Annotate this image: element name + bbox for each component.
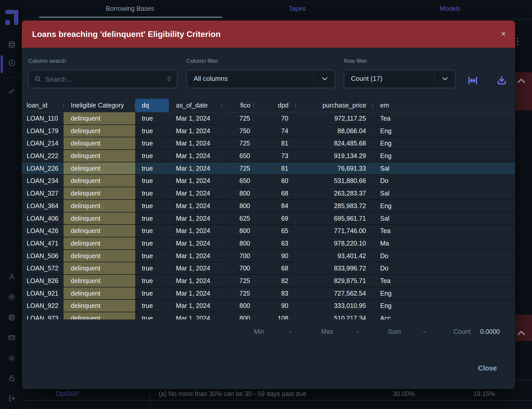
mail-icon[interactable]: [0, 332, 24, 344]
tab-tapes[interactable]: Tapes: [289, 0, 306, 17]
cell-purchase-price: 531,880.66: [296, 175, 373, 187]
cell-purchase-price: 972,117.25: [296, 112, 373, 124]
fit-column-width-button[interactable]: [467, 75, 479, 87]
stat-min-label: Min: [254, 326, 264, 337]
cell-em: Tea: [373, 275, 515, 287]
sidebar-divider: [2, 77, 22, 77]
cell-as-of-date: Mar 1, 2024: [169, 162, 222, 174]
loans-table: loan_idIneligible Categorydqas_of_datefi…: [22, 99, 515, 319]
column-header-purchase-price[interactable]: purchase_price: [296, 99, 373, 112]
column-search-box: 0: [28, 70, 178, 88]
download-button[interactable]: [496, 75, 508, 87]
lock-icon[interactable]: [0, 372, 24, 384]
cell-as-of-date: Mar 1, 2024: [169, 137, 222, 149]
cell-as-of-date: Mar 1, 2024: [169, 287, 222, 299]
search-match-count: 0: [168, 75, 171, 83]
cell-loan-id: LOAN_234: [22, 175, 64, 187]
table-row[interactable]: LOAN_426delinquenttrueMar 1, 20248006577…: [22, 225, 515, 237]
cell-loan-id: LOAN_826: [22, 275, 64, 287]
background-table-line: [24, 400, 532, 401]
user-icon[interactable]: [0, 270, 24, 283]
table-row[interactable]: LOAN_406delinquenttrueMar 1, 20246256969…: [22, 212, 515, 225]
cell-em: Eng: [373, 300, 515, 312]
table-row[interactable]: LOAN_234delinquenttrueMar 1, 20246506053…: [22, 175, 515, 187]
column-header-dq[interactable]: dq: [135, 99, 169, 112]
modal-title: Loans breaching 'delinquent' Eligibility…: [32, 21, 221, 48]
cell-fico: 725: [222, 287, 254, 299]
cell-purchase-price: 76,691.33: [296, 162, 373, 174]
cell-fico: 700: [222, 262, 254, 274]
chevron-down-icon: [442, 76, 448, 82]
cell-dpd: 90: [254, 300, 296, 312]
dropdown-divider: [314, 74, 314, 84]
table-row[interactable]: LOAN_214delinquenttrueMar 1, 20247258182…: [22, 137, 515, 150]
column-header-loan-id[interactable]: loan_id: [22, 99, 64, 112]
table-row[interactable]: LOAN_826delinquenttrueMar 1, 20247258282…: [22, 275, 515, 287]
cell-dpd: 70: [254, 112, 296, 124]
table-row[interactable]: LOAN_222delinquenttrueMar 1, 20246507391…: [22, 150, 515, 162]
close-icon[interactable]: ×: [501, 21, 506, 48]
cell-dq: true: [135, 112, 169, 124]
criterion-name-link[interactable]: Dpd30P: [56, 390, 79, 397]
cell-ineligible-category: delinquent: [64, 237, 135, 249]
key-icon[interactable]: [0, 85, 24, 97]
column-header-em[interactable]: em: [373, 99, 515, 112]
column-header-as-of-date[interactable]: as_of_date: [169, 99, 222, 112]
table-row[interactable]: LOAN_110delinquenttrueMar 1, 20247257097…: [22, 112, 515, 125]
column-stats-bar: Min - Max - Sum - Count 0.0000: [22, 326, 515, 337]
collapsed-criterion-panel[interactable]: [513, 72, 532, 110]
cell-dq: true: [135, 200, 169, 212]
gear-icon[interactable]: [0, 291, 24, 303]
cell-as-of-date: Mar 1, 2024: [169, 275, 222, 287]
table-row[interactable]: LOAN_471delinquenttrueMar 1, 20248006397…: [22, 237, 515, 250]
row-filter-value: Count (17): [351, 75, 382, 83]
table-row[interactable]: LOAN_973delinquenttrueMar 1, 20248001085…: [22, 312, 515, 319]
cell-dq: true: [135, 187, 169, 199]
cell-dq: true: [135, 262, 169, 274]
cell-as-of-date: Mar 1, 2024: [169, 262, 222, 274]
cell-as-of-date: Mar 1, 2024: [169, 250, 222, 262]
table-row[interactable]: LOAN_179delinquenttrueMar 1, 20247507488…: [22, 125, 515, 138]
compass-icon[interactable]: [0, 57, 24, 69]
column-header-fico[interactable]: fico: [222, 99, 254, 112]
cell-ineligible-category: delinquent: [64, 162, 135, 174]
search-icon: [34, 75, 41, 83]
cell-ineligible-category: delinquent: [64, 275, 135, 287]
close-button[interactable]: Close: [478, 364, 497, 372]
cell-dq: true: [135, 137, 169, 149]
table-row[interactable]: LOAN_327delinquenttrueMar 1, 20248006826…: [22, 187, 515, 200]
cell-ineligible-category: delinquent: [64, 312, 135, 319]
database-icon[interactable]: [0, 39, 24, 51]
kebab-menu-icon[interactable]: [516, 37, 519, 47]
table-row[interactable]: LOAN_226delinquenttrueMar 1, 20247258176…: [22, 162, 515, 175]
collapsed-criterion-panel[interactable]: [513, 315, 532, 341]
cell-as-of-date: Mar 1, 2024: [169, 200, 222, 212]
cell-purchase-price: 93,401.42: [296, 250, 373, 262]
table-row[interactable]: LOAN_506delinquenttrueMar 1, 20247009093…: [22, 250, 515, 262]
table-row[interactable]: LOAN_922delinquenttrueMar 1, 20248009033…: [22, 300, 515, 312]
search-input[interactable]: [45, 71, 159, 87]
table-row[interactable]: LOAN_572delinquenttrueMar 1, 20247006883…: [22, 262, 515, 275]
cell-dpd: 68: [254, 187, 296, 199]
cell-dq: true: [135, 125, 169, 137]
column-header-ineligible-category[interactable]: Ineligible Category: [64, 99, 135, 112]
tab-borrowing-bases[interactable]: Borrowing Bases: [106, 0, 154, 17]
cell-loan-id: LOAN_327: [22, 187, 64, 199]
cell-purchase-price: 263,283.37: [296, 187, 373, 199]
help-icon[interactable]: [0, 311, 24, 324]
cell-ineligible-category: delinquent: [64, 200, 135, 212]
column-filter-dropdown[interactable]: All columns: [186, 70, 335, 88]
logout-icon[interactable]: [0, 392, 24, 405]
cell-dq: true: [135, 250, 169, 262]
table-row[interactable]: LOAN_364delinquenttrueMar 1, 20248008428…: [22, 200, 515, 212]
column-header-dpd[interactable]: dpd: [254, 99, 296, 112]
stat-count-value: 0.0000: [480, 326, 500, 337]
tab-models[interactable]: Models: [440, 0, 461, 17]
cell-fico: 750: [222, 125, 254, 137]
sun-icon[interactable]: [0, 352, 24, 364]
cell-em: Eng: [373, 200, 515, 212]
table-row[interactable]: LOAN_921delinquenttrueMar 1, 20247258372…: [22, 287, 515, 300]
row-filter-dropdown[interactable]: Count (17): [344, 70, 456, 88]
cell-em: Eng: [373, 150, 515, 162]
cell-ineligible-category: delinquent: [64, 187, 135, 199]
